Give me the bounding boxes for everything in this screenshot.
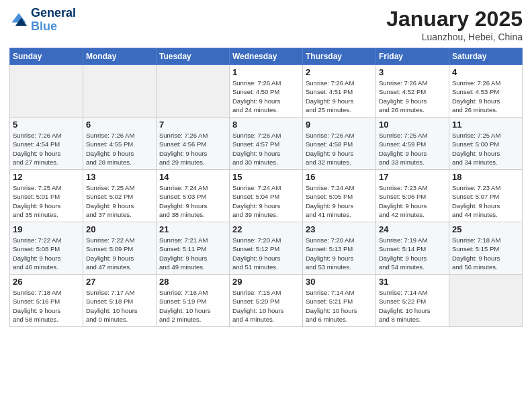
day-header-sunday: Sunday: [10, 48, 83, 65]
day-header-thursday: Thursday: [303, 48, 376, 65]
day-cell: 19Sunrise: 7:22 AM Sunset: 5:08 PM Dayli…: [10, 222, 83, 275]
day-number: 21: [159, 224, 226, 234]
day-info: Sunrise: 7:21 AM Sunset: 5:11 PM Dayligh…: [159, 236, 226, 271]
day-info: Sunrise: 7:26 AM Sunset: 4:56 PM Dayligh…: [159, 131, 226, 167]
day-info: Sunrise: 7:24 AM Sunset: 5:04 PM Dayligh…: [232, 183, 300, 219]
day-header-friday: Friday: [376, 48, 449, 65]
day-cell: 31Sunrise: 7:14 AM Sunset: 5:22 PM Dayli…: [376, 275, 449, 327]
day-number: 30: [306, 277, 373, 287]
header: General Blue January 2025 Luanzhou, Hebe…: [9, 7, 523, 42]
week-row-1: 1Sunrise: 7:26 AM Sunset: 4:50 PM Daylig…: [10, 65, 523, 118]
day-info: Sunrise: 7:24 AM Sunset: 5:05 PM Dayligh…: [306, 183, 373, 219]
day-info: Sunrise: 7:26 AM Sunset: 4:50 PM Dayligh…: [232, 79, 300, 114]
logo-icon: [9, 11, 28, 30]
day-info: Sunrise: 7:14 AM Sunset: 5:22 PM Dayligh…: [379, 288, 446, 324]
day-info: Sunrise: 7:19 AM Sunset: 5:14 PM Dayligh…: [379, 236, 446, 271]
day-info: Sunrise: 7:23 AM Sunset: 5:06 PM Dayligh…: [379, 183, 446, 219]
day-info: Sunrise: 7:18 AM Sunset: 5:16 PM Dayligh…: [13, 288, 80, 324]
day-number: 17: [379, 172, 446, 182]
day-info: Sunrise: 7:26 AM Sunset: 4:52 PM Dayligh…: [379, 79, 446, 114]
day-cell: [10, 65, 83, 118]
day-number: 9: [306, 120, 373, 130]
day-info: Sunrise: 7:18 AM Sunset: 5:15 PM Dayligh…: [452, 236, 519, 271]
day-number: 10: [379, 120, 446, 130]
day-info: Sunrise: 7:26 AM Sunset: 4:51 PM Dayligh…: [306, 79, 373, 114]
day-number: 27: [86, 277, 153, 287]
day-number: 14: [159, 172, 226, 182]
day-cell: 3Sunrise: 7:26 AM Sunset: 4:52 PM Daylig…: [376, 65, 449, 118]
day-cell: 7Sunrise: 7:26 AM Sunset: 4:56 PM Daylig…: [157, 118, 230, 170]
day-cell: 30Sunrise: 7:14 AM Sunset: 5:21 PM Dayli…: [303, 275, 376, 327]
day-cell: [83, 65, 157, 118]
week-row-5: 26Sunrise: 7:18 AM Sunset: 5:16 PM Dayli…: [10, 275, 523, 327]
day-cell: 6Sunrise: 7:26 AM Sunset: 4:55 PM Daylig…: [83, 118, 157, 170]
day-cell: 16Sunrise: 7:24 AM Sunset: 5:05 PM Dayli…: [303, 170, 376, 222]
day-number: 6: [86, 120, 153, 130]
day-info: Sunrise: 7:26 AM Sunset: 4:54 PM Dayligh…: [13, 131, 80, 167]
day-info: Sunrise: 7:22 AM Sunset: 5:09 PM Dayligh…: [86, 236, 153, 271]
title-block: January 2025 Luanzhou, Hebei, China: [386, 7, 523, 42]
day-cell: [157, 65, 230, 118]
page: General Blue January 2025 Luanzhou, Hebe…: [0, 0, 532, 411]
day-info: Sunrise: 7:26 AM Sunset: 4:57 PM Dayligh…: [232, 131, 300, 167]
day-number: 31: [379, 277, 446, 287]
day-info: Sunrise: 7:20 AM Sunset: 5:12 PM Dayligh…: [232, 236, 300, 271]
logo-line1: General: [31, 7, 76, 20]
calendar-table: SundayMondayTuesdayWednesdayThursdayFrid…: [9, 48, 523, 327]
day-number: 24: [379, 224, 446, 234]
day-number: 19: [13, 224, 80, 234]
day-cell: 8Sunrise: 7:26 AM Sunset: 4:57 PM Daylig…: [230, 118, 303, 170]
logo: General Blue: [9, 7, 76, 34]
day-number: 2: [306, 67, 373, 77]
day-cell: 21Sunrise: 7:21 AM Sunset: 5:11 PM Dayli…: [157, 222, 230, 275]
day-cell: 20Sunrise: 7:22 AM Sunset: 5:09 PM Dayli…: [83, 222, 157, 275]
day-number: 8: [232, 120, 300, 130]
day-number: 3: [379, 67, 446, 77]
day-cell: 23Sunrise: 7:20 AM Sunset: 5:13 PM Dayli…: [303, 222, 376, 275]
day-info: Sunrise: 7:26 AM Sunset: 4:55 PM Dayligh…: [86, 131, 153, 167]
day-number: 7: [159, 120, 226, 130]
day-info: Sunrise: 7:26 AM Sunset: 4:58 PM Dayligh…: [306, 131, 373, 167]
day-cell: 13Sunrise: 7:25 AM Sunset: 5:02 PM Dayli…: [83, 170, 157, 222]
day-cell: 14Sunrise: 7:24 AM Sunset: 5:03 PM Dayli…: [157, 170, 230, 222]
week-row-3: 12Sunrise: 7:25 AM Sunset: 5:01 PM Dayli…: [10, 170, 523, 222]
day-info: Sunrise: 7:25 AM Sunset: 4:59 PM Dayligh…: [379, 131, 446, 167]
week-row-2: 5Sunrise: 7:26 AM Sunset: 4:54 PM Daylig…: [10, 118, 523, 170]
day-cell: 28Sunrise: 7:16 AM Sunset: 5:19 PM Dayli…: [157, 275, 230, 327]
day-info: Sunrise: 7:16 AM Sunset: 5:19 PM Dayligh…: [159, 288, 226, 324]
day-number: 15: [232, 172, 300, 182]
day-number: 4: [452, 67, 519, 77]
day-cell: 2Sunrise: 7:26 AM Sunset: 4:51 PM Daylig…: [303, 65, 376, 118]
day-cell: 12Sunrise: 7:25 AM Sunset: 5:01 PM Dayli…: [10, 170, 83, 222]
day-cell: 15Sunrise: 7:24 AM Sunset: 5:04 PM Dayli…: [230, 170, 303, 222]
day-number: 23: [306, 224, 373, 234]
day-info: Sunrise: 7:25 AM Sunset: 5:02 PM Dayligh…: [86, 183, 153, 219]
day-cell: 11Sunrise: 7:25 AM Sunset: 5:00 PM Dayli…: [449, 118, 523, 170]
day-info: Sunrise: 7:25 AM Sunset: 5:01 PM Dayligh…: [13, 183, 80, 219]
day-number: 13: [86, 172, 153, 182]
day-number: 22: [232, 224, 300, 234]
day-header-monday: Monday: [83, 48, 157, 65]
day-cell: 24Sunrise: 7:19 AM Sunset: 5:14 PM Dayli…: [376, 222, 449, 275]
day-cell: 27Sunrise: 7:17 AM Sunset: 5:18 PM Dayli…: [83, 275, 157, 327]
day-cell: 5Sunrise: 7:26 AM Sunset: 4:54 PM Daylig…: [10, 118, 83, 170]
day-info: Sunrise: 7:22 AM Sunset: 5:08 PM Dayligh…: [13, 236, 80, 271]
day-header-wednesday: Wednesday: [230, 48, 303, 65]
day-info: Sunrise: 7:15 AM Sunset: 5:20 PM Dayligh…: [232, 288, 300, 324]
day-info: Sunrise: 7:17 AM Sunset: 5:18 PM Dayligh…: [86, 288, 153, 324]
day-number: 1: [232, 67, 300, 77]
day-number: 25: [452, 224, 519, 234]
day-number: 20: [86, 224, 153, 234]
day-cell: 29Sunrise: 7:15 AM Sunset: 5:20 PM Dayli…: [230, 275, 303, 327]
day-cell: 22Sunrise: 7:20 AM Sunset: 5:12 PM Dayli…: [230, 222, 303, 275]
day-number: 11: [452, 120, 519, 130]
logo-text: General Blue: [31, 7, 76, 34]
day-cell: 9Sunrise: 7:26 AM Sunset: 4:58 PM Daylig…: [303, 118, 376, 170]
calendar-header-row: SundayMondayTuesdayWednesdayThursdayFrid…: [10, 48, 523, 65]
day-cell: 1Sunrise: 7:26 AM Sunset: 4:50 PM Daylig…: [230, 65, 303, 118]
logo-line2: Blue: [31, 19, 57, 33]
day-cell: 25Sunrise: 7:18 AM Sunset: 5:15 PM Dayli…: [449, 222, 523, 275]
day-info: Sunrise: 7:26 AM Sunset: 4:53 PM Dayligh…: [452, 79, 519, 114]
day-number: 16: [306, 172, 373, 182]
day-cell: 26Sunrise: 7:18 AM Sunset: 5:16 PM Dayli…: [10, 275, 83, 327]
